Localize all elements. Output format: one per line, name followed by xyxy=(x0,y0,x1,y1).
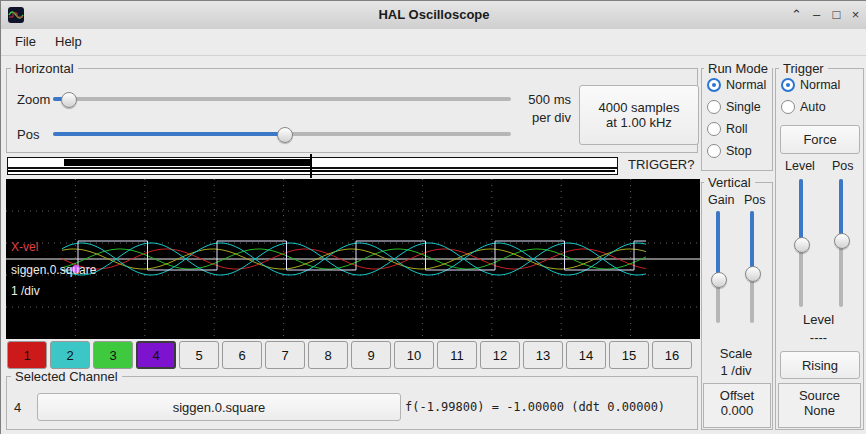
trigger-radio-auto[interactable]: Auto xyxy=(781,99,826,115)
runmode-radio-normal[interactable]: Normal xyxy=(707,77,766,93)
channel-button-11[interactable]: 11 xyxy=(437,341,477,369)
channel-button-15[interactable]: 15 xyxy=(609,341,649,369)
channel-button-8[interactable]: 8 xyxy=(308,341,348,369)
timebase-value: 500 ms xyxy=(517,92,571,107)
trigger-level-col-label: Level xyxy=(785,159,815,173)
trigger-level-slider-fill xyxy=(799,179,803,244)
radio-label: Stop xyxy=(726,144,752,158)
channel-button-12[interactable]: 12 xyxy=(480,341,520,369)
radio-label: Roll xyxy=(726,122,748,136)
maximize-button[interactable]: □ xyxy=(827,5,846,24)
minimize-button[interactable]: – xyxy=(807,5,826,24)
force-trigger-button[interactable]: Force xyxy=(780,125,860,154)
trigger-level-value: ---- xyxy=(775,330,862,345)
zoom-label: Zoom xyxy=(17,92,50,107)
channel-button-13[interactable]: 13 xyxy=(523,341,563,369)
channel-button-5[interactable]: 5 xyxy=(179,341,219,369)
channel-button-9[interactable]: 9 xyxy=(351,341,391,369)
menu-file[interactable]: File xyxy=(11,34,40,49)
title-bar[interactable]: HAL Oscilloscope ⌃ – □ × xyxy=(1,1,866,30)
trigger-edge-button[interactable]: Rising xyxy=(780,351,860,379)
radio-label: Normal xyxy=(800,78,840,92)
trigger-pos-col-label: Pos xyxy=(832,159,854,173)
runmode-radio-stop[interactable]: Stop xyxy=(707,143,752,159)
trigger-frame-label: Trigger xyxy=(779,61,828,76)
samples-line2: at 1.00 kHz xyxy=(606,115,672,130)
vertical-scale-label: Scale xyxy=(701,346,771,361)
channel-button-6[interactable]: 6 xyxy=(222,341,262,369)
radio-icon xyxy=(707,100,721,114)
visible-window-bar[interactable] xyxy=(64,159,310,166)
vertical-gain-slider-fill xyxy=(716,211,720,279)
menu-help[interactable]: Help xyxy=(51,34,86,49)
radio-icon xyxy=(781,100,795,114)
timebase-unit: per div xyxy=(517,110,571,125)
pos-label: Pos xyxy=(17,127,39,142)
trigger-status-text: TRIGGER? xyxy=(628,157,694,172)
channel-button-1[interactable]: 1 xyxy=(7,341,47,369)
scope-scale-text: 1 /div xyxy=(11,284,40,298)
vertical-pos-label: Pos xyxy=(744,193,766,207)
radio-label: Normal xyxy=(726,78,766,92)
channel-button-14[interactable]: 14 xyxy=(566,341,606,369)
trigger-pos-slider-fill xyxy=(839,179,843,240)
window-title: HAL Oscilloscope xyxy=(1,7,866,22)
selected-channel-number: 4 xyxy=(14,400,21,415)
channel-readout: f(-1.99800) = -1.00000 (ddt 0.00000) xyxy=(405,400,665,414)
vertical-pos-slider-handle[interactable] xyxy=(745,266,761,282)
samples-line1: 4000 samples xyxy=(599,100,680,115)
selected-channel-frame-label: Selected Channel xyxy=(11,369,122,384)
samples-button[interactable]: 4000 samples at 1.00 kHz xyxy=(579,85,699,145)
pos-slider-handle[interactable] xyxy=(277,127,293,143)
runmode-radio-roll[interactable]: Roll xyxy=(707,121,748,137)
vertical-frame-label: Vertical xyxy=(704,175,755,190)
selected-channel-source-label: siggen.0.square xyxy=(173,400,266,415)
channel-button-4[interactable]: 4 xyxy=(136,341,176,369)
menu-bar: File Help xyxy=(1,29,866,56)
channel-button-16[interactable]: 16 xyxy=(652,341,692,369)
run-mode-frame-label: Run Mode xyxy=(704,61,772,76)
scope-channel-name: X-vel xyxy=(11,240,38,254)
vertical-scale-value: 1 /div xyxy=(701,363,771,378)
channel-button-2[interactable]: 2 xyxy=(50,341,90,369)
trigger-position-widget[interactable]: TRIGGER? xyxy=(6,154,698,178)
trigger-edge-label: Rising xyxy=(802,358,838,373)
channel-button-10[interactable]: 10 xyxy=(394,341,434,369)
scope-canvas xyxy=(6,179,700,339)
scope-selected-name: siggen.0.square xyxy=(11,263,96,277)
trigger-position-marker[interactable] xyxy=(310,154,312,178)
zoom-slider-track[interactable] xyxy=(53,97,511,101)
selected-channel-source-button[interactable]: siggen.0.square xyxy=(37,393,401,421)
channel-button-row: 12345678910111213141516 xyxy=(7,341,692,371)
channel-button-7[interactable]: 7 xyxy=(265,341,305,369)
vertical-gain-slider-handle[interactable] xyxy=(711,272,727,288)
zoom-slider-handle[interactable] xyxy=(61,92,77,108)
trigger-level-slider-handle[interactable] xyxy=(794,237,810,253)
radio-icon xyxy=(707,144,721,158)
vertical-pos-slider-fill xyxy=(750,211,754,273)
pos-slider-fill xyxy=(53,132,284,136)
trigger-source-value: None xyxy=(779,403,860,418)
trigger-level-label: Level xyxy=(775,312,862,327)
horizontal-frame-label: Horizontal xyxy=(11,61,78,76)
radio-label: Auto xyxy=(800,100,826,114)
radio-icon xyxy=(707,122,721,136)
radio-selected-icon xyxy=(781,78,795,92)
shade-button[interactable]: ⌃ xyxy=(787,5,806,24)
force-button-label: Force xyxy=(803,132,836,147)
radio-label: Single xyxy=(726,100,761,114)
vertical-offset-label: Offset xyxy=(704,388,770,403)
vertical-offset-value: 0.000 xyxy=(704,403,770,418)
close-button[interactable]: × xyxy=(846,5,865,24)
radio-selected-icon xyxy=(707,78,721,92)
trigger-source-box[interactable]: Source None xyxy=(778,383,861,428)
runmode-radio-single[interactable]: Single xyxy=(707,99,761,115)
trigger-radio-normal[interactable]: Normal xyxy=(781,77,840,93)
vertical-offset-box[interactable]: Offset 0.000 xyxy=(703,383,771,428)
app-window: HAL Oscilloscope ⌃ – □ × File Help Horiz… xyxy=(0,0,866,434)
trigger-pos-slider-handle[interactable] xyxy=(834,233,850,249)
vertical-gain-label: Gain xyxy=(708,193,734,207)
scope-display[interactable]: X-vel siggen.0.square 1 /div xyxy=(6,179,700,339)
channel-button-3[interactable]: 3 xyxy=(93,341,133,369)
trigger-source-label: Source xyxy=(779,388,860,403)
